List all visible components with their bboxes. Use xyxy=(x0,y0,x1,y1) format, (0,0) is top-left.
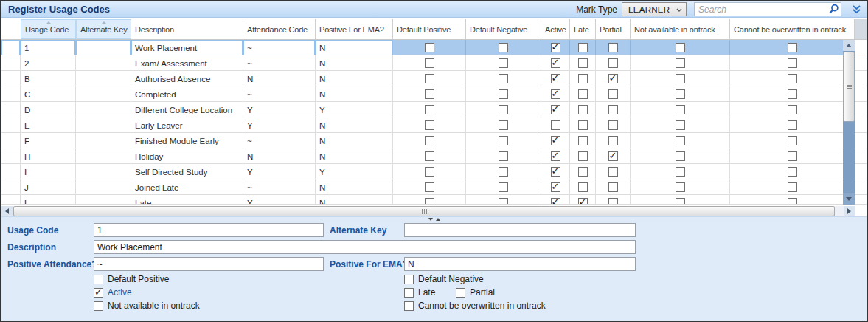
table-row[interactable]: JJoined Late~N xyxy=(1,179,867,195)
horizontal-scrollbar-thumb[interactable] xyxy=(13,206,835,216)
checkbox-active[interactable] xyxy=(551,74,560,83)
scroll-down-icon[interactable] xyxy=(843,193,855,205)
column-header-active[interactable]: Active xyxy=(541,19,570,39)
checkbox-default-negative[interactable] xyxy=(499,198,508,205)
splitter-collapse-icon[interactable] xyxy=(428,218,433,221)
checkbox-cannot-overwrite[interactable] xyxy=(788,136,797,145)
cell-positive-for-ema[interactable]: N xyxy=(316,133,393,148)
cell-attendance-code[interactable]: Y xyxy=(243,102,316,117)
table-row[interactable]: ISelf Directed StudyYY xyxy=(1,164,867,179)
checkbox-late[interactable] xyxy=(578,105,588,114)
column-header-default-negative[interactable]: Default Negative xyxy=(466,19,541,39)
cell-usage-code[interactable]: H xyxy=(21,148,76,164)
cell-attendance-code[interactable]: ~ xyxy=(243,179,316,195)
checkbox-late[interactable] xyxy=(578,89,588,99)
cell-attendance-code[interactable]: Y xyxy=(243,164,316,179)
checkbox-default-negative[interactable] xyxy=(499,136,508,145)
table-row[interactable]: BAuthorised AbsenceNN xyxy=(1,71,867,86)
table-row[interactable]: 2Exam/ Assessment~N xyxy=(1,55,867,71)
checkbox-late[interactable] xyxy=(578,74,588,83)
checkbox-partial[interactable] xyxy=(608,198,618,205)
default-negative-checkbox[interactable] xyxy=(404,275,414,284)
table-row[interactable]: CCompleted~N xyxy=(1,86,867,102)
search-icon[interactable] xyxy=(828,4,839,17)
checkbox-late[interactable] xyxy=(578,120,588,130)
checkbox-partial[interactable] xyxy=(608,182,618,192)
checkbox-not-available[interactable] xyxy=(676,182,685,192)
cell-attendance-code[interactable]: ~ xyxy=(243,86,316,102)
cell-usage-code[interactable]: 1 xyxy=(21,40,76,55)
cell-description[interactable]: Joined Late xyxy=(131,179,243,195)
column-header-cannot-be-overwritten-in-ontrack[interactable]: Cannot be overwritten in ontrack xyxy=(730,19,855,39)
checkbox-default-positive[interactable] xyxy=(425,58,434,68)
row-selector[interactable] xyxy=(1,71,21,86)
checkbox-partial[interactable] xyxy=(608,167,618,177)
checkbox-active[interactable] xyxy=(551,89,560,99)
checkbox-not-available[interactable] xyxy=(676,89,685,99)
checkbox-default-positive[interactable] xyxy=(425,43,434,52)
checkbox-partial[interactable] xyxy=(608,43,618,52)
cell-description[interactable]: Work Placement xyxy=(131,40,243,55)
checkbox-default-positive[interactable] xyxy=(425,167,434,177)
cell-alternate-key[interactable] xyxy=(76,117,131,133)
checkbox-late[interactable] xyxy=(578,167,588,177)
vertical-scrollbar[interactable] xyxy=(843,40,855,205)
table-row[interactable]: HHolidayNN xyxy=(1,148,867,164)
cell-positive-for-ema[interactable]: N xyxy=(316,117,393,133)
checkbox-active[interactable] xyxy=(551,43,560,52)
row-selector[interactable] xyxy=(1,164,21,179)
checkbox-not-available[interactable] xyxy=(676,136,685,145)
cell-positive-for-ema[interactable]: N xyxy=(316,55,393,71)
cell-usage-code[interactable]: D xyxy=(21,102,76,117)
checkbox-active[interactable] xyxy=(551,136,560,145)
checkbox-default-positive[interactable] xyxy=(425,182,434,192)
checkbox-not-available[interactable] xyxy=(676,167,685,177)
cell-alternate-key[interactable] xyxy=(76,40,131,55)
cell-alternate-key[interactable] xyxy=(76,102,131,117)
cell-alternate-key[interactable] xyxy=(76,71,131,86)
cell-alternate-key[interactable] xyxy=(76,133,131,148)
cell-positive-for-ema[interactable]: N xyxy=(316,195,393,205)
checkbox-default-positive[interactable] xyxy=(425,151,434,161)
checkbox-default-negative[interactable] xyxy=(499,89,508,99)
column-header-usage-code[interactable]: Usage Code xyxy=(21,19,76,39)
checkbox-default-positive[interactable] xyxy=(425,74,434,83)
checkbox-default-negative[interactable] xyxy=(499,167,508,177)
horizontal-scrollbar[interactable] xyxy=(1,206,855,216)
pane-splitter[interactable] xyxy=(1,216,867,222)
search-input[interactable] xyxy=(694,2,841,16)
alternate-key-field[interactable] xyxy=(404,223,636,237)
positive-for-ema-field[interactable] xyxy=(404,257,636,271)
checkbox-default-negative[interactable] xyxy=(499,43,508,52)
default-positive-checkbox[interactable] xyxy=(94,275,103,284)
checkbox-cannot-overwrite[interactable] xyxy=(788,198,797,205)
cell-alternate-key[interactable] xyxy=(76,179,131,195)
cell-positive-for-ema[interactable]: N xyxy=(316,86,393,102)
cell-description[interactable]: Completed xyxy=(131,86,243,102)
checkbox-active[interactable] xyxy=(551,198,560,205)
checkbox-partial[interactable] xyxy=(608,120,618,130)
cell-description[interactable]: Authorised Absence xyxy=(131,71,243,86)
checkbox-cannot-overwrite[interactable] xyxy=(788,89,797,99)
partial-checkbox[interactable] xyxy=(456,288,465,298)
checkbox-not-available[interactable] xyxy=(676,105,685,114)
checkbox-cannot-overwrite[interactable] xyxy=(788,167,797,177)
checkbox-default-positive[interactable] xyxy=(425,120,434,130)
checkbox-default-negative[interactable] xyxy=(499,58,508,68)
row-selector[interactable] xyxy=(1,195,21,205)
checkbox-cannot-overwrite[interactable] xyxy=(788,58,797,68)
row-selector[interactable] xyxy=(1,148,21,164)
row-selector[interactable] xyxy=(1,55,21,71)
checkbox-not-available[interactable] xyxy=(676,198,685,205)
checkbox-cannot-overwrite[interactable] xyxy=(788,151,797,161)
cell-attendance-code[interactable]: ~ xyxy=(243,55,316,71)
column-header-not-available-in-ontrack[interactable]: Not available in ontrack xyxy=(631,19,730,39)
cell-description[interactable]: Different College Location xyxy=(131,102,243,117)
table-row[interactable]: FFinished Module Early~N xyxy=(1,133,867,148)
table-row[interactable]: LLateYN xyxy=(1,195,867,205)
cell-usage-code[interactable]: B xyxy=(21,71,76,86)
cell-description[interactable]: Self Directed Study xyxy=(131,164,243,179)
checkbox-active[interactable] xyxy=(551,58,560,68)
description-field[interactable] xyxy=(94,240,636,254)
checkbox-late[interactable] xyxy=(578,136,588,145)
